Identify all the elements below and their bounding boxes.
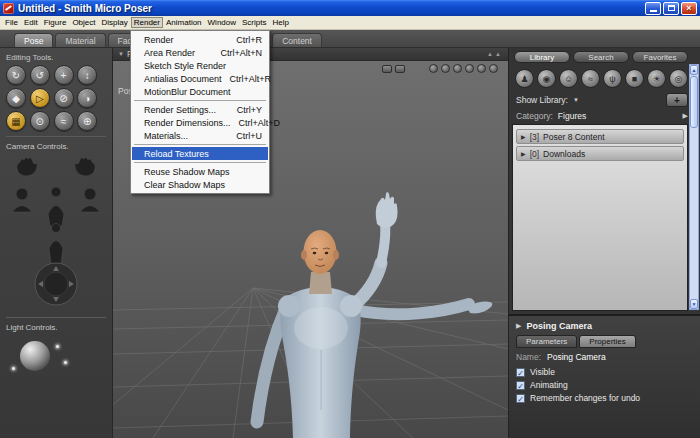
minimize-button[interactable] [645,2,661,15]
tool-translate-pull[interactable]: + [54,65,74,85]
tab-content[interactable]: Content [272,33,322,47]
display-style-hidden-line-icon[interactable] [453,64,462,73]
posing-camera-panel: ▶ Posing Camera Parameters Properties Na… [509,314,700,438]
camera-controls[interactable] [8,154,104,312]
menu-item-sketch-style-render[interactable]: Sketch Style Render [132,59,268,72]
collapse-icon[interactable]: ▼ [118,51,124,57]
remember-changes-checkbox[interactable]: ✓ [516,394,525,403]
category-value[interactable]: Figures [558,111,586,121]
light-indicator-icon[interactable] [56,345,59,348]
tool-chain-break[interactable]: ⊘ [54,88,74,108]
tool-morphing[interactable]: ≈ [54,111,74,131]
menubar-item-edit[interactable]: Edit [21,17,41,28]
library-tabs: Library Search Favorites [509,48,700,65]
dock-arrows-icon[interactable]: ▲▲ [487,51,503,57]
menubar-item-render[interactable]: Render [131,17,163,28]
figures-icon[interactable]: ♟ [515,69,534,88]
tool-taper[interactable]: ▷ [30,88,50,108]
tool-grouping[interactable]: ▦ [6,111,26,131]
titlebar[interactable]: Untitled - Smith Micro Poser × [0,0,700,16]
props-icon[interactable]: ■ [625,69,644,88]
menu-item-clear-shadow-maps[interactable]: Clear Shadow Maps [132,178,268,191]
animating-row: ✓ Animating [516,380,693,390]
menu-item-reload-textures[interactable]: Reload Textures [132,147,268,160]
camera-controls-label: Camera Controls. [6,142,106,151]
display-style-smooth-shaded-icon[interactable] [477,64,486,73]
display-style-texture-shaded-icon[interactable] [489,64,498,73]
menubar-item-help[interactable]: Help [269,17,291,28]
tab-parameters[interactable]: Parameters [516,335,577,348]
camera-pan-icon[interactable] [382,65,392,73]
tab-favorites[interactable]: Favorites [632,51,688,63]
lights-icon[interactable]: ☀ [647,69,666,88]
library-scrollbar[interactable]: ▲ ▼ [689,64,699,310]
posing-camera-header[interactable]: ▶ Posing Camera [516,319,693,332]
expand-icon[interactable]: ▶ [521,150,526,157]
menubar-item-file[interactable]: File [2,17,21,28]
cameras-icon[interactable]: ◎ [669,69,688,88]
display-style-flat-shaded-icon[interactable] [465,64,474,73]
category-row[interactable]: Category: Figures ▶ [509,109,700,124]
menu-item-motionblur-document[interactable]: MotionBlur Document [132,85,268,98]
tab-properties[interactable]: Properties [579,335,635,348]
taper-icon: ▷ [36,93,44,104]
editing-tools-grid: ↻ ↺ + ↕ ◆ ▷ ⊘ ◑ ▦ ⊙ ≈ ⊕ [6,65,98,131]
menu-item-render[interactable]: RenderCtrl+R [132,33,268,46]
tool-color[interactable]: ◑ [77,88,97,108]
library-item-downloads[interactable]: ▶ [0] Downloads [516,146,684,161]
light-sphere[interactable] [20,341,50,371]
tool-scale[interactable]: ◆ [6,88,26,108]
show-library-label: Show Library: [516,95,568,105]
hands-icon[interactable]: ψ [603,69,622,88]
menubar-item-display[interactable]: Display [99,17,131,28]
menu-item-render-dimensions[interactable]: Render Dimensions...Ctrl+Alt+D [132,116,268,129]
category-label: Category: [516,111,553,121]
tab-search[interactable]: Search [573,51,629,63]
scroll-up-icon[interactable]: ▲ [690,65,698,75]
menu-item-area-render[interactable]: Area RenderCtrl+Alt+N [132,46,268,59]
menu-item-reuse-shadow-maps[interactable]: Reuse Shadow Maps [132,165,268,178]
menu-item-antialias-document[interactable]: Antialias DocumentCtrl+Alt+R [132,72,268,85]
maximize-button[interactable] [663,2,679,15]
light-indicator-icon[interactable] [64,361,67,364]
expressions-icon[interactable]: ☺ [559,69,578,88]
tool-direct-manipulation[interactable]: ⊕ [77,111,97,131]
light-indicator-icon[interactable] [12,367,15,370]
close-button[interactable]: × [681,2,697,15]
menu-item-render-settings[interactable]: Render Settings...Ctrl+Y [132,103,268,116]
light-controls[interactable] [6,337,106,383]
menubar-item-object[interactable]: Object [69,17,98,28]
display-style-wireframe-icon[interactable] [441,64,450,73]
animating-checkbox[interactable]: ✓ [516,381,525,390]
menu-item-materials[interactable]: Materials...Ctrl+U [132,129,268,142]
add-figure-button[interactable]: + [666,93,688,107]
tab-library[interactable]: Library [514,51,570,63]
frame-select-icon[interactable] [395,65,405,73]
scroll-down-icon[interactable]: ▼ [690,299,698,309]
tab-material[interactable]: Material [55,33,105,47]
poses-icon[interactable]: ◉ [537,69,556,88]
visible-label: Visible [530,367,555,377]
library-item-poser-8-content[interactable]: ▶ [3] Poser 8 Content [516,129,684,144]
hair-icon[interactable]: ≈ [581,69,600,88]
tool-translate-in-out[interactable]: ↕ [77,65,97,85]
expand-icon[interactable]: ▶ [521,133,526,140]
tool-rotate[interactable]: ↻ [6,65,26,85]
menubar-item-animation[interactable]: Animation [163,17,205,28]
category-expand-icon[interactable]: ▶ [683,112,688,120]
scale-icon: ◆ [12,93,20,104]
tab-pose[interactable]: Pose [14,33,53,47]
show-library-dropdown-icon[interactable]: ▼ [573,97,579,103]
tool-twist[interactable]: ↺ [30,65,50,85]
menubar-item-window[interactable]: Window [205,17,239,28]
menubar-item-figure[interactable]: Figure [41,17,70,28]
display-style-silhouette-icon[interactable] [429,64,438,73]
camera-name-value[interactable]: Posing Camera [547,352,606,362]
menubar-item-scripts[interactable]: Scripts [239,17,269,28]
lights-glyph: ☀ [652,74,660,84]
scrollbar-thumb[interactable] [690,76,698,128]
visible-checkbox[interactable]: ✓ [516,368,525,377]
expand-icon[interactable]: ▶ [516,322,521,330]
tool-view-magnifier[interactable]: ⊙ [30,111,50,131]
full-figure-camera-icon [49,224,63,265]
